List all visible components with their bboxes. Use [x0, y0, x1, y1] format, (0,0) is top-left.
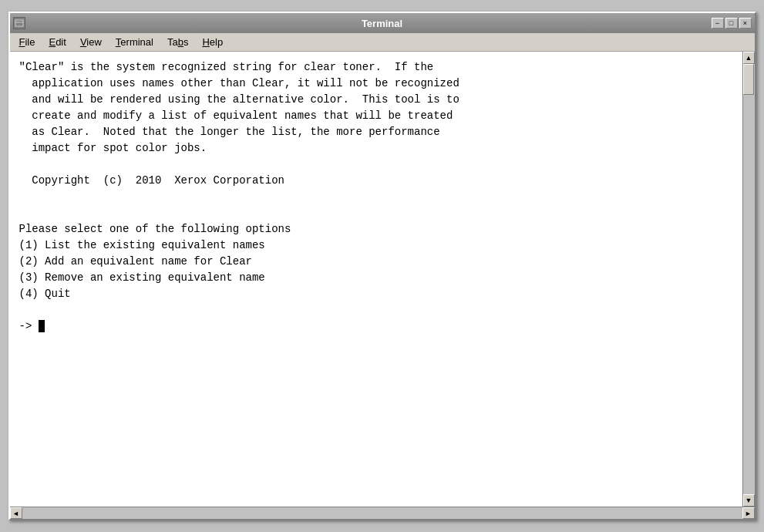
scroll-right-button[interactable]: ►	[742, 507, 755, 519]
menu-view[interactable]: View	[74, 35, 108, 49]
scroll-track-vertical[interactable]	[743, 64, 755, 494]
menu-tabs[interactable]: Tabs	[161, 35, 194, 49]
terminal-text: "Clear" is the system recognized string …	[19, 59, 733, 335]
menu-help-label: Help	[202, 36, 223, 48]
menu-edit-label: Edit	[49, 36, 66, 48]
terminal-cursor	[39, 320, 45, 332]
svg-rect-0	[15, 20, 23, 26]
terminal-area: "Clear" is the system recognized string …	[10, 52, 755, 507]
title-bar: Terminal − □ ×	[10, 13, 755, 33]
terminal-output: "Clear" is the system recognized string …	[19, 59, 733, 335]
scroll-track-horizontal[interactable]	[22, 507, 742, 519]
maximize-button[interactable]: □	[725, 18, 738, 29]
terminal-content[interactable]: "Clear" is the system recognized string …	[10, 52, 742, 507]
title-bar-left	[13, 17, 25, 29]
close-button[interactable]: ×	[739, 18, 752, 29]
menu-tabs-label: Tabs	[167, 36, 188, 48]
menu-help[interactable]: Help	[196, 35, 229, 49]
menu-terminal-label: Terminal	[116, 36, 153, 48]
vertical-scrollbar: ▲ ▼	[742, 52, 755, 507]
minimize-button[interactable]: −	[712, 18, 724, 29]
menu-bar: File Edit View Terminal Tabs Help	[10, 33, 755, 52]
scroll-thumb-vertical[interactable]	[743, 64, 754, 95]
menu-file[interactable]: File	[13, 35, 42, 49]
menu-terminal[interactable]: Terminal	[109, 35, 160, 49]
title-bar-buttons: − □ ×	[712, 18, 752, 29]
window-title: Terminal	[362, 18, 402, 29]
scroll-left-button[interactable]: ◄	[10, 507, 22, 519]
horizontal-scrollbar: ◄ ►	[10, 507, 755, 519]
scroll-down-button[interactable]: ▼	[743, 494, 755, 507]
terminal-window-icon	[13, 17, 25, 29]
menu-file-label: File	[19, 36, 35, 48]
scroll-up-button[interactable]: ▲	[743, 52, 755, 64]
menu-view-label: View	[80, 36, 102, 48]
menu-edit[interactable]: Edit	[42, 35, 72, 49]
terminal-window: Terminal − □ × File Edit View Terminal T…	[8, 12, 756, 520]
